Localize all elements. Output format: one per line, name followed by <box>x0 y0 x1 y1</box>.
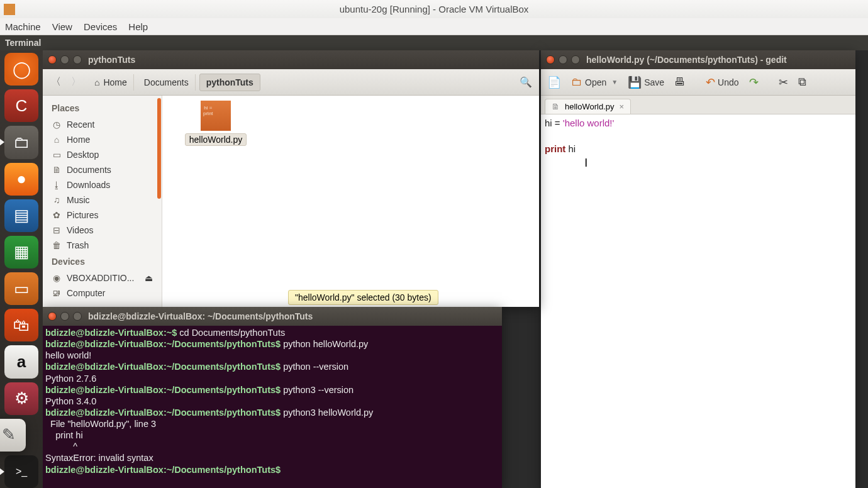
search-icon[interactable]: 🔍 <box>518 74 534 91</box>
minimize-icon[interactable] <box>60 312 69 321</box>
crumb-pythontuts[interactable]: pythonTuts <box>199 74 260 91</box>
sidebar-item-videos[interactable]: ⊟Videos <box>43 223 162 238</box>
cut-button[interactable]: ✂ <box>776 74 791 91</box>
launcher-amazon[interactable]: a <box>4 345 38 378</box>
file-manager-window: pythonTuts 〈 〉 ⌂Home Documents pythonTut… <box>43 50 539 307</box>
sidebar-item-trash[interactable]: 🗑Trash <box>43 238 162 253</box>
sidebar-item-music[interactable]: ♫Music <box>43 192 162 208</box>
gedit-title: helloWorld.py (~/Documents/pythonTuts) -… <box>586 55 787 65</box>
eject-icon[interactable]: ⏏ <box>145 273 153 283</box>
active-app-label: Terminal <box>5 38 41 48</box>
sidebar-scrollbar[interactable] <box>157 98 161 199</box>
sidebar-item-downloads[interactable]: ⭳Downloads <box>43 177 162 192</box>
launcher-firefox[interactable]: ● <box>4 163 38 196</box>
device-icon: ◉ <box>52 273 62 283</box>
undo-button[interactable]: ↶Undo <box>703 74 741 91</box>
launcher-software[interactable]: 🛍 <box>4 309 38 341</box>
tab-helloworld[interactable]: 🗎 helloWorld.py × <box>545 99 631 114</box>
close-icon[interactable] <box>48 312 57 321</box>
cut-icon: ✂ <box>779 75 788 89</box>
terminal-window: bdizzle@bdizzle-VirtualBox: ~/Documents/… <box>43 307 502 488</box>
filemgr-sidebar: Places ◷Recent⌂Home▭Desktop🗎Documents⭳Do… <box>43 96 162 307</box>
vbox-titlebar: ubuntu-20g [Running] - Oracle VM Virtual… <box>0 0 868 18</box>
launcher-settings[interactable]: ⚙ <box>4 382 38 415</box>
maximize-icon[interactable] <box>73 312 82 321</box>
launcher-impress[interactable]: ▭ <box>4 272 38 305</box>
launcher-dash[interactable]: ◯ <box>4 53 38 86</box>
place-icon: ⌂ <box>52 135 62 145</box>
open-button[interactable]: 🗀Open▼ <box>569 74 620 91</box>
devices-header: Devices <box>43 253 162 270</box>
filemgr-statusbar: "helloWorld.py" selected (30 bytes) <box>288 290 438 305</box>
sidebar-item-documents[interactable]: 🗎Documents <box>43 162 162 177</box>
maximize-icon[interactable] <box>571 55 580 64</box>
device-icon: 🖳 <box>52 288 62 298</box>
ubuntu-top-panel: Terminal <box>0 35 868 50</box>
file-item[interactable]: helloWorld.py <box>181 101 250 146</box>
launcher-gedit[interactable]: ✎ <box>0 419 26 452</box>
file-name: helloWorld.py <box>185 133 247 146</box>
sidebar-item-home[interactable]: ⌂Home <box>43 132 162 147</box>
places-header: Places <box>43 99 162 117</box>
menu-help[interactable]: Help <box>128 21 148 32</box>
sidebar-item-desktop[interactable]: ▭Desktop <box>43 147 162 162</box>
print-button[interactable]: 🖶 <box>672 74 688 91</box>
crumb-documents[interactable]: Documents <box>138 74 196 91</box>
filemgr-toolbar: 〈 〉 ⌂Home Documents pythonTuts 🔍 <box>43 69 539 96</box>
launcher-calc[interactable]: ▦ <box>4 236 38 269</box>
python-file-icon <box>201 101 231 131</box>
gedit-toolbar: 📄 🗀Open▼ 💾Save 🖶 ↶Undo ↷ ✂ ⧉ <box>541 69 855 96</box>
menu-devices[interactable]: Devices <box>84 21 117 32</box>
minimize-icon[interactable] <box>559 55 567 64</box>
filemgr-title: pythonTuts <box>88 55 135 65</box>
workspace: ◯ C 🗀 ● ▤ ▦ ▭ 🛍 a ⚙ ✎ >_ pythonTuts 〈 〉 … <box>0 50 868 488</box>
gedit-editor[interactable]: hi = 'hello world!' print hi I <box>541 114 855 488</box>
sidebar-device-computer[interactable]: 🖳Computer <box>43 286 162 301</box>
save-button[interactable]: 💾Save <box>625 74 667 91</box>
launcher-files[interactable]: 🗀 <box>4 126 38 158</box>
filemgr-content[interactable]: helloWorld.py "helloWorld.py" selected (… <box>162 96 539 307</box>
tab-close-icon[interactable]: × <box>620 102 625 111</box>
place-icon: ⊟ <box>52 225 62 235</box>
place-icon: 🗑 <box>52 240 62 250</box>
tab-label: helloWorld.py <box>565 102 615 111</box>
launcher-terminal[interactable]: >_ <box>4 455 38 488</box>
sidebar-item-recent[interactable]: ◷Recent <box>43 117 162 132</box>
menu-view[interactable]: View <box>52 21 72 32</box>
place-icon: 🗎 <box>52 165 62 175</box>
vbox-menubar: Machine View Devices Help <box>0 18 868 35</box>
new-file-icon: 📄 <box>547 75 561 89</box>
launcher-writer[interactable]: ▤ <box>4 199 38 232</box>
new-file-button[interactable]: 📄 <box>545 74 564 91</box>
terminal-titlebar[interactable]: bdizzle@bdizzle-VirtualBox: ~/Documents/… <box>43 307 502 326</box>
filemgr-titlebar[interactable]: pythonTuts <box>43 50 539 69</box>
file-icon: 🗎 <box>552 102 560 111</box>
launcher-comodo[interactable]: C <box>4 89 38 122</box>
unity-launcher: ◯ C 🗀 ● ▤ ▦ ▭ 🛍 a ⚙ ✎ >_ <box>0 50 43 488</box>
back-button[interactable]: 〈 <box>48 74 64 91</box>
close-icon[interactable] <box>48 55 57 64</box>
close-icon[interactable] <box>546 55 555 64</box>
vbox-title: ubuntu-20g [Running] - Oracle VM Virtual… <box>340 4 529 14</box>
terminal-title: bdizzle@bdizzle-VirtualBox: ~/Documents/… <box>88 311 313 321</box>
forward-button[interactable]: 〉 <box>68 74 84 91</box>
terminal-body[interactable]: bdizzle@bdizzle-VirtualBox:~$ cd Documen… <box>43 326 502 488</box>
sidebar-item-pictures[interactable]: ✿Pictures <box>43 208 162 223</box>
place-icon: ▭ <box>52 150 62 160</box>
vbox-icon <box>4 4 15 15</box>
copy-button[interactable]: ⧉ <box>796 74 809 91</box>
copy-icon: ⧉ <box>798 75 806 89</box>
minimize-icon[interactable] <box>60 55 69 64</box>
menu-machine[interactable]: Machine <box>5 21 41 32</box>
crumb-home[interactable]: ⌂Home <box>88 74 134 91</box>
maximize-icon[interactable] <box>73 55 82 64</box>
chevron-down-icon: ▼ <box>611 79 618 86</box>
home-icon: ⌂ <box>94 77 99 87</box>
place-icon: ✿ <box>52 210 62 220</box>
place-icon: ♫ <box>52 195 62 205</box>
redo-button[interactable]: ↷ <box>747 74 761 91</box>
gedit-window: helloWorld.py (~/Documents/pythonTuts) -… <box>541 50 855 488</box>
place-icon: ⭳ <box>52 180 62 190</box>
sidebar-device-vboxadditio[interactable]: ◉VBOXADDITIO...⏏ <box>43 270 162 286</box>
gedit-titlebar[interactable]: helloWorld.py (~/Documents/pythonTuts) -… <box>541 50 855 69</box>
